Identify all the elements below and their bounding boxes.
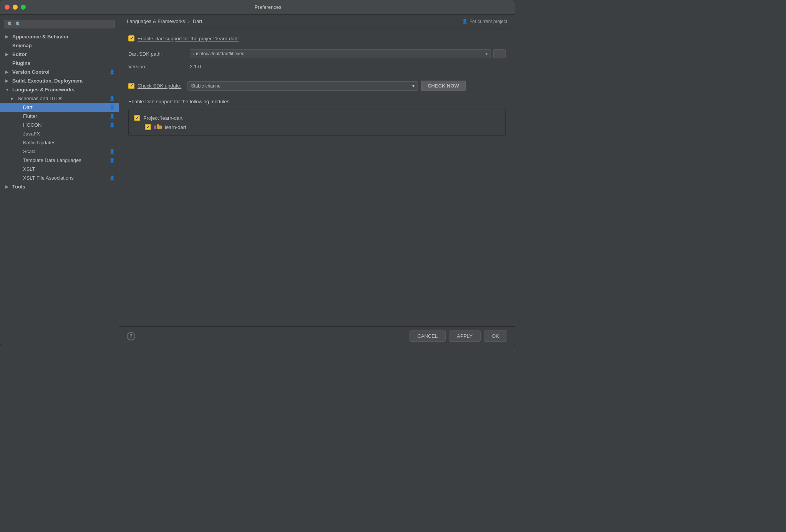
sdk-path-value: /usr/local/opt/dart/libexec ▾ ...	[190, 49, 506, 58]
checkmark-icon: ✓	[130, 36, 133, 41]
breadcrumb-current: Dart	[193, 18, 202, 24]
sidebar-item-template-data-languages[interactable]: Template Data Languages 👤	[0, 156, 119, 165]
person-icon: 👤	[109, 122, 115, 127]
person-icon: 👤	[109, 149, 115, 154]
sidebar: 🔍 ▶ Appearance & Behavior Keymap ▶ Edito…	[0, 15, 119, 345]
checkmark-icon: ✓	[136, 116, 139, 120]
sidebar-item-plugins[interactable]: Plugins	[0, 59, 119, 68]
project-module-label: Project 'learn-dart'	[143, 115, 184, 121]
sidebar-item-label: Schemas and DTDs	[18, 96, 109, 101]
version-label: Version:	[128, 64, 190, 69]
close-button[interactable]	[5, 5, 10, 10]
breadcrumb-parent: Languages & Frameworks	[127, 18, 185, 24]
checkmark-icon: ✓	[130, 84, 133, 88]
sidebar-item-label: Appearance & Behavior	[12, 34, 115, 40]
search-wrapper[interactable]: 🔍	[4, 20, 115, 28]
chevron-right-icon: ▶	[5, 79, 11, 83]
sidebar-item-label: JavaFX	[23, 131, 115, 137]
checkmark-icon: ✓	[146, 125, 150, 129]
sidebar-item-flutter[interactable]: Flutter 👤	[0, 112, 119, 121]
enable-dart-checkbox[interactable]: ✓	[128, 35, 134, 41]
sdk-path-browse-button[interactable]: ...	[493, 49, 506, 58]
traffic-lights	[5, 5, 26, 10]
sub-module-checkbox[interactable]: ✓	[145, 124, 151, 130]
channel-dropdown[interactable]: Stable channel ▾	[187, 81, 418, 91]
check-sdk-checkbox[interactable]: ✓	[128, 83, 134, 89]
sidebar-item-build-execution-deployment[interactable]: ▶ Build, Execution, Deployment	[0, 76, 119, 85]
sidebar-item-xslt[interactable]: XSLT	[0, 165, 119, 173]
preferences-window: Preferences 🔍 ▶ Appearance & Behavior Ke…	[0, 0, 515, 345]
sidebar-item-label: Tools	[12, 184, 115, 190]
folder-icon	[154, 126, 162, 129]
main-content: 🔍 ▶ Appearance & Behavior Keymap ▶ Edito…	[0, 15, 515, 345]
project-module-checkbox[interactable]: ✓	[134, 115, 140, 121]
breadcrumb-project-label: For current project	[469, 19, 507, 24]
sidebar-item-label: Scala	[23, 149, 109, 154]
check-now-button[interactable]: CHECK NOW	[421, 81, 466, 91]
sidebar-item-label: Flutter	[23, 113, 109, 119]
chevron-right-icon: ▶	[5, 185, 11, 189]
ok-button[interactable]: OK	[484, 330, 507, 342]
project-module-row: ✓ Project 'learn-dart'	[134, 113, 500, 122]
enable-dart-label: Enable Dart support for the project 'lea…	[138, 36, 239, 41]
channel-value: Stable channel	[191, 83, 221, 89]
sidebar-item-tools[interactable]: ▶ Tools	[0, 182, 119, 191]
breadcrumb-project: 👤 For current project	[462, 19, 507, 24]
sdk-path-field[interactable]: /usr/local/opt/dart/libexec ▾	[190, 49, 491, 58]
help-button[interactable]: ?	[127, 332, 135, 340]
bottom-bar: ? CANCEL APPLY OK	[119, 326, 515, 345]
apply-button[interactable]: APPLY	[449, 330, 481, 342]
divider	[128, 75, 506, 75]
dropdown-arrow-icon: ▾	[486, 52, 488, 56]
sidebar-item-dart[interactable]: Dart 👤	[0, 103, 119, 112]
sidebar-item-label: Editor	[12, 51, 115, 57]
enable-dart-row: ✓ Enable Dart support for the project 'l…	[128, 35, 506, 41]
check-sdk-row: ✓ Check SDK update: Stable channel ▾ CHE…	[128, 81, 506, 91]
sidebar-item-label: HOCON	[23, 122, 109, 128]
search-input[interactable]	[15, 21, 111, 27]
minimize-button[interactable]	[13, 5, 18, 10]
sidebar-item-kotlin-updates[interactable]: Kotlin Updates	[0, 138, 119, 147]
sidebar-item-javafx[interactable]: JavaFX	[0, 129, 119, 138]
chevron-right-icon: ▶	[5, 70, 11, 74]
search-container: 🔍	[0, 18, 119, 32]
chevron-right-icon: ▶	[5, 35, 11, 39]
sub-module-row: ✓ learn-dart	[134, 122, 500, 132]
sidebar-item-label: Build, Execution, Deployment	[12, 78, 115, 84]
sidebar-item-hocon[interactable]: HOCON 👤	[0, 121, 119, 129]
sdk-path-row: Dart SDK path: /usr/local/opt/dart/libex…	[128, 49, 506, 58]
chevron-right-icon: ▶	[11, 96, 16, 101]
title-bar: Preferences	[0, 0, 515, 15]
check-sdk-label: Check SDK update:	[138, 83, 181, 89]
sidebar-item-scala[interactable]: Scala 👤	[0, 147, 119, 156]
window-title: Preferences	[26, 4, 510, 10]
sidebar-item-keymap[interactable]: Keymap	[0, 41, 119, 50]
bottom-buttons: CANCEL APPLY OK	[410, 330, 507, 342]
breadcrumb-separator: ›	[188, 19, 190, 24]
cancel-button[interactable]: CANCEL	[410, 330, 446, 342]
sidebar-item-label: XSLT	[23, 166, 115, 172]
person-icon: 👤	[109, 114, 115, 119]
sidebar-item-editor[interactable]: ▶ Editor	[0, 50, 119, 59]
sdk-path-text: /usr/local/opt/dart/libexec	[193, 51, 244, 56]
chevron-down-icon: ▼	[5, 88, 11, 92]
version-value: 2.1.0	[190, 64, 201, 69]
panel-content: ✓ Enable Dart support for the project 'l…	[119, 28, 515, 326]
sidebar-item-languages-frameworks[interactable]: ▼ Languages & Frameworks	[0, 85, 119, 94]
person-icon: 👤	[109, 69, 115, 74]
sidebar-item-schemas-dtds[interactable]: ▶ Schemas and DTDs 👤	[0, 94, 119, 103]
main-panel: Languages & Frameworks › Dart 👤 For curr…	[119, 15, 515, 345]
version-value-container: 2.1.0	[190, 64, 506, 69]
sidebar-item-label: Template Data Languages	[23, 157, 109, 163]
person-icon: 👤	[109, 158, 115, 163]
sidebar-item-xslt-file-associations[interactable]: XSLT File Associations 👤	[0, 173, 119, 182]
person-icon: 👤	[109, 96, 115, 101]
dropdown-arrow-icon: ▾	[412, 83, 415, 89]
sdk-path-label: Dart SDK path:	[128, 51, 190, 57]
maximize-button[interactable]	[21, 5, 26, 10]
sidebar-item-label: XSLT File Associations	[23, 175, 109, 181]
sidebar-item-version-control[interactable]: ▶ Version Control 👤	[0, 68, 119, 76]
person-icon: 👤	[109, 105, 115, 110]
sidebar-item-appearance-behavior[interactable]: ▶ Appearance & Behavior	[0, 32, 119, 41]
person-icon: 👤	[109, 175, 115, 180]
